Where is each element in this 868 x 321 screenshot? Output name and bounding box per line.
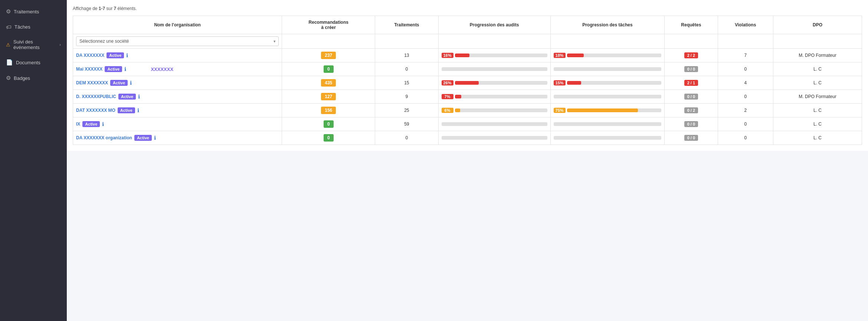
info-icon[interactable]: ℹ	[137, 107, 139, 113]
col-header-recommandations: Recommandationsà créer	[282, 16, 375, 34]
org-name-container: IX Activeℹ	[76, 121, 279, 127]
rec-badge: 156	[321, 107, 336, 114]
audit-progress-container: 16%	[442, 53, 547, 58]
org-name-cell: DAT XXXXXXX MOActiveℹ	[73, 104, 282, 117]
info-icon[interactable]: ℹ	[102, 121, 104, 127]
sidebar-label-documents: Documents	[16, 60, 40, 65]
traitements-cell: 9	[375, 90, 438, 104]
info-icon[interactable]: ℹ	[130, 80, 132, 86]
highlighted-org-text: XXXXXXX	[151, 67, 173, 72]
task-progress-cell	[550, 62, 665, 76]
task-progress-container	[554, 95, 662, 98]
taches-icon: 🏷	[6, 24, 12, 30]
audit-progress-container	[442, 136, 547, 140]
task-progress-bar-bg	[554, 136, 662, 140]
filter-cell-rec	[282, 34, 375, 49]
warning-icon: ⚠	[6, 42, 10, 48]
org-name-cell: Mai XXXXXXActiveℹXXXXXXX	[73, 62, 282, 76]
audit-progress-bar-fill	[455, 54, 470, 57]
audit-progress-bar-bg	[455, 108, 547, 112]
content-area: Affichage de 1-7 sur 7 éléments. Nom de …	[67, 0, 868, 151]
rec-badge: 0	[324, 65, 334, 73]
org-name-link[interactable]: DA XXXXXXX	[76, 53, 104, 58]
audit-progress-cell: 16%	[438, 49, 550, 62]
status-badge: Active	[107, 52, 124, 58]
col-header-org-name: Nom de l'organisation	[73, 16, 282, 34]
info-icon[interactable]: ℹ	[138, 94, 140, 100]
task-progress-bar-fill	[567, 54, 584, 57]
traitements-cell: 0	[375, 131, 438, 145]
violations-cell: 0	[718, 131, 773, 145]
rec-badge: 0	[324, 120, 334, 128]
req-badge: 0 / 0	[684, 121, 698, 127]
sidebar-item-traitements[interactable]: ⚙ Traitements	[0, 4, 67, 19]
traitements-cell: 15	[375, 76, 438, 90]
sidebar-label-suivi: Suivi des événements	[13, 39, 59, 50]
violations-cell: 0	[718, 90, 773, 104]
org-name-link[interactable]: D. XXXXXXPUBLIC	[76, 94, 116, 99]
rec-badge: 435	[321, 79, 336, 87]
task-progress-label: 75%	[554, 108, 566, 113]
table-row: DAT XXXXXXX MOActiveℹ156256%75%0 / 22L. …	[73, 104, 862, 117]
task-progress-bar-bg	[554, 122, 662, 126]
audit-progress-bar-fill	[455, 95, 461, 98]
table-row: IX Activeℹ0590 / 00L. C	[73, 117, 862, 131]
requetes-cell: 0 / 0	[665, 117, 718, 131]
requetes-cell: 2 / 1	[665, 76, 718, 90]
col-header-taches: Progression des tâches	[550, 16, 665, 34]
org-name-link[interactable]: DA XXXXXXX organization	[76, 135, 132, 140]
sidebar: ⚙ Traitements 🏷 Tâches ⚠ Suivi des événe…	[0, 0, 67, 321]
org-name-cell: IX Activeℹ	[73, 117, 282, 131]
sidebar-item-taches[interactable]: 🏷 Tâches	[0, 19, 67, 35]
rec-badge: 0	[324, 134, 334, 142]
req-badge: 0 / 0	[684, 66, 698, 72]
status-badge: Active	[134, 135, 152, 141]
org-name-link[interactable]: DEM XXXXXXX	[76, 80, 108, 85]
task-progress-container: 15%	[554, 80, 662, 85]
audit-progress-cell	[438, 131, 550, 145]
audit-progress-container: 6%	[442, 108, 547, 113]
info-icon[interactable]: ℹ	[124, 66, 126, 72]
task-progress-bar-fill	[567, 81, 581, 85]
audit-progress-container: 7%	[442, 94, 547, 99]
audit-progress-cell: 6%	[438, 104, 550, 117]
org-name-cell: DA XXXXXXXActiveℹ	[73, 49, 282, 62]
org-name-link[interactable]: Mai XXXXXX	[76, 67, 102, 72]
status-badge: Active	[82, 121, 100, 127]
traitements-cell: 13	[375, 49, 438, 62]
filter-cell-req	[665, 34, 718, 49]
filter-cell-audit	[438, 34, 550, 49]
audit-progress-container	[442, 67, 547, 71]
task-progress-label: 15%	[554, 80, 566, 85]
violations-cell: 7	[718, 49, 773, 62]
org-name-container: DEM XXXXXXXActiveℹ	[76, 80, 279, 86]
org-name-container: D. XXXXXXPUBLICActiveℹ	[76, 94, 279, 100]
info-icon[interactable]: ℹ	[126, 52, 128, 58]
org-name-container: DA XXXXXXX organizationActiveℹ	[76, 135, 279, 141]
rec-cell: 0	[282, 117, 375, 131]
filter-cell-taches	[550, 34, 665, 49]
sidebar-item-documents[interactable]: 📄 Documents	[0, 55, 67, 70]
traitements-icon: ⚙	[6, 8, 11, 15]
task-progress-bar-bg	[554, 67, 662, 71]
dpo-cell: L. C	[773, 104, 862, 117]
violations-cell: 0	[718, 62, 773, 76]
org-name-link[interactable]: IX	[76, 121, 80, 127]
status-badge: Active	[118, 94, 136, 100]
traitements-cell: 59	[375, 117, 438, 131]
rec-badge: 127	[321, 93, 336, 100]
requetes-cell: 2 / 2	[665, 49, 718, 62]
org-name-link[interactable]: DAT XXXXXXX MO	[76, 108, 115, 113]
task-progress-container: 18%	[554, 53, 662, 58]
sidebar-item-suivi[interactable]: ⚠ Suivi des événements ›	[0, 35, 67, 55]
table-row: DEM XXXXXXXActiveℹ4351526%15%2 / 14L. C	[73, 76, 862, 90]
sidebar-item-badges[interactable]: ⚙ Badges	[0, 70, 67, 86]
traitements-cell: 0	[375, 62, 438, 76]
audit-progress-bar-fill	[455, 81, 479, 85]
task-progress-cell	[550, 117, 665, 131]
info-icon[interactable]: ℹ	[154, 135, 156, 141]
org-select[interactable]: Sélectionnez une société	[76, 36, 279, 46]
col-header-dpo: DPO	[773, 16, 862, 34]
filter-cell-violations	[718, 34, 773, 49]
filter-cell-traitements	[375, 34, 438, 49]
